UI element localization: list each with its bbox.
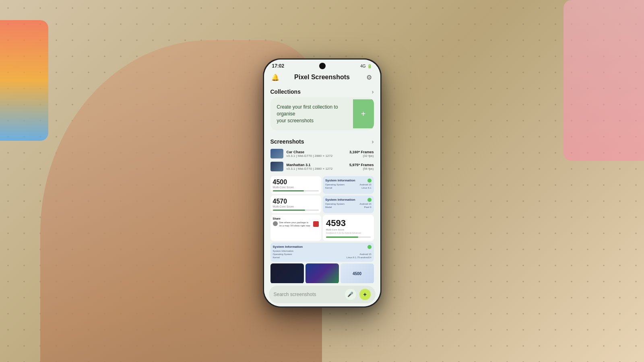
search-add-button[interactable]: + [359,289,371,300]
screenshot-frames-car: 3,160* Frames (32 fps) [349,150,374,158]
screenshot-thumb-city [270,162,283,171]
status-icons: 4G 🔋 [360,64,372,68]
score-large-card[interactable]: 4593 Multi-Core Score Geekbench 6.3.0 fo… [323,215,374,241]
score-sub-label: Multi-Core Score [326,228,371,231]
screenshot-info-manhattan: Manhattan 3.1 v3.3.1 | Mid-G770 | 2880 ×… [287,163,346,171]
collection-plus-icon: + [361,109,366,119]
notif-text: See where your package is on a map: It'l… [279,221,312,228]
sys-info-large-title: System Information [273,245,372,249]
screenshots-title: Screenshots [270,138,304,145]
screenshot-item-manhattan[interactable]: Manhattan 3.1 v3.3.1 | Mid-G770 | 2880 ×… [270,160,374,173]
bottom-thumb-colorful[interactable] [305,263,339,283]
score-fill [326,237,358,238]
screenshot-thumb-car [270,149,283,158]
screenshot-frames-manhattan: 5,975* Frames (56 fps) [349,163,374,171]
screenshot-meta-manhattan: v3.3.1 | Mid-G770 | 2880 × 1272 [287,167,346,171]
benchmark-card-4500[interactable]: 4500 Multi-Core Score [270,176,322,194]
sys-info-label-os-2: Operating System [325,203,345,205]
sys-info-value-os: Android 15 [359,183,371,186]
gear-icon[interactable]: ⚙ [364,72,374,82]
collection-add-button[interactable]: + [353,99,374,128]
sys-info-card-1[interactable]: System Information Operating System Andr… [323,176,374,194]
screenshot-info-car: Car Chase v3.3.1 | Mid-G770 | 2880 × 127… [287,150,346,158]
sys-info-large-row-kernel: Kernel Linux 6.1.75-android14 [273,256,372,259]
app-header: 🔔 Pixel Screenshots ⚙ [264,71,380,85]
sys-info-row-kernel: Kernel Linux 6.1 [325,187,372,189]
benchmark-score-4570: 4570 [273,198,319,205]
benchmark-fill-4500 [273,190,304,191]
benchmark-label-4570: Multi-Core Score [273,205,319,208]
sys-info-row-model-2: Model Pixel 9 [325,206,372,208]
green-status-dot-2 [367,198,372,202]
frames-size-car: (32 fps) [349,154,374,158]
screenshot-name-manhattan: Manhattan 3.1 [287,163,346,167]
benchmark-label-4500: Multi-Core Score [273,186,319,189]
status-bar: 17:02 4G 🔋 [264,60,380,71]
thumbnail-grid: 4500 Multi-Core Score System Information… [270,176,374,213]
frames-count-car: 3,160* Frames [349,150,374,154]
score-bar [326,237,371,238]
camera-notch [319,63,326,69]
lower-grid: Share See where your package is on a map… [270,215,374,241]
collection-text-line2: your screenshots [277,118,314,123]
screenshot-item[interactable]: Car Chase v3.3.1 | Mid-G770 | 2880 × 127… [270,147,374,160]
sys-info-large-os-val: Android 15 [359,253,371,255]
bottom-thumb-score[interactable]: 4500 [341,263,374,283]
screenshots-section-header[interactable]: Screenshots › [264,135,380,147]
left-decoration [0,20,48,141]
notification-card[interactable]: Share See where your package is on a map… [270,215,322,241]
bottom-row: 4500 [270,263,374,283]
screenshots-grid: Car Chase v3.3.1 | Mid-G770 | 2880 × 127… [264,147,380,283]
sys-info-title-2: System Information [325,198,372,202]
phone-device: 17:02 4G 🔋 🔔 Pixel Screenshots ⚙ Collect… [263,58,382,308]
search-placeholder[interactable]: Search screenshots [274,292,342,297]
app-content[interactable]: Collections › Create your first collecti… [264,85,380,283]
notif-content: See where your package is on a map: It'l… [273,221,319,228]
benchmark-score-4500: 4500 [273,179,319,186]
bottom-bar: Search screenshots 🎤 + [264,283,380,306]
benchmark-card-4570[interactable]: 4570 Multi-Core Score [270,195,322,213]
sys-info-large-row-1: System Information [273,250,372,252]
benchmark-fill-4570 [273,210,305,211]
sys-info-value-os-2: Android 15 [359,203,371,205]
right-decoration [564,0,644,161]
benchmark-bar-4500 [273,190,319,191]
sys-info-large-row-os: Operating System Android 15 [273,253,372,255]
sys-info-title-1: System Information [325,179,372,182]
screenshots-chevron[interactable]: › [372,138,374,145]
app-title: Pixel Screenshots [294,74,350,81]
bell-icon[interactable]: 🔔 [270,72,280,82]
bottom-thumb-dark[interactable] [270,263,304,283]
collection-text: Create your first collection to organise… [270,97,353,130]
sys-info-large-label-1: System Information [273,250,294,252]
signal-icon: 4G [360,64,365,68]
geekbench-label: Geekbench 6.3.0 for Android Advanced [326,232,371,234]
notif-image [313,221,319,227]
sys-info-label-model-2: Model [325,206,332,208]
benchmark-bar-4570 [273,210,319,211]
screenshot-list: Car Chase v3.3.1 | Mid-G770 | 2880 × 127… [270,147,374,173]
frames-count-manhattan: 5,975* Frames [349,163,374,167]
sys-info-value-kernel: Linux 6.1 [361,187,371,189]
green-status-dot [367,179,372,183]
collections-section-header[interactable]: Collections › [264,85,380,97]
phone-wrapper: 17:02 4G 🔋 🔔 Pixel Screenshots ⚙ Collect… [263,58,382,308]
mini-score: 4500 [353,272,361,276]
collection-card: Create your first collection to organise… [270,97,374,130]
notif-header: Share [273,217,319,220]
search-mic-button[interactable]: 🎤 [345,289,356,300]
sys-info-label-kernel: Kernel [325,187,332,189]
collections-chevron[interactable]: › [372,88,374,95]
sys-info-large-kernel-val: Linux 6.1.75-android14 [347,256,371,259]
sys-info-value-model-2: Pixel 9 [364,206,371,208]
sys-info-card-2[interactable]: System Information Operating System Andr… [323,195,374,213]
score-large-value: 4593 [326,218,371,228]
sys-info-large[interactable]: System Information System Information Op… [270,243,374,262]
notif-avatar [273,221,278,226]
status-time: 17:02 [272,63,285,69]
screenshot-name-car: Car Chase [287,150,346,154]
screenshot-meta-car: v3.3.1 | Mid-G770 | 2880 × 1272 [287,154,346,158]
phone-screen: 17:02 4G 🔋 🔔 Pixel Screenshots ⚙ Collect… [264,60,380,306]
sys-info-row-os-2: Operating System Android 15 [325,203,372,205]
frames-size-manhattan: (56 fps) [349,167,374,171]
